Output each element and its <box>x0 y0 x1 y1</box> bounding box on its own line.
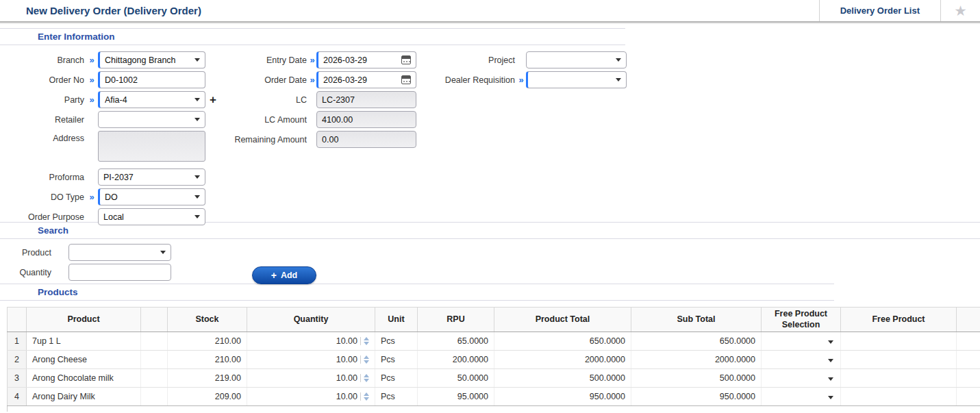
lc-amount-label: LC Amount <box>226 115 307 125</box>
stepper-icon <box>364 392 369 401</box>
free-product-selection-dropdown[interactable] <box>762 388 841 406</box>
unit-cell: Pcs <box>375 351 418 369</box>
col-header-free-product-selection: Free Product Selection <box>762 308 841 332</box>
col-header-sub-total: Sub Total <box>631 308 762 332</box>
section-header-enter-information: Enter Information <box>0 28 625 45</box>
star-icon: ★ <box>955 3 966 18</box>
calendar-icon[interactable] <box>401 55 411 64</box>
product-total-cell: 2000.0000 <box>494 351 631 369</box>
free-product-cell <box>841 369 957 388</box>
quantity-stepper-cell[interactable]: 10.00 <box>247 388 375 406</box>
add-party-icon[interactable]: + <box>210 93 216 107</box>
chevron-down-icon <box>828 396 833 399</box>
order-no-input[interactable]: D0-1002 <box>98 71 205 88</box>
delivery-order-list-button[interactable]: Delivery Order List <box>819 0 940 21</box>
rpu-cell: 200.0000 <box>418 351 494 369</box>
chevron-down-icon <box>616 58 621 62</box>
quantity-stepper-cell[interactable]: 10.00 <box>247 351 375 369</box>
lc-input: LC-2307 <box>316 91 416 108</box>
retailer-label: Retailer <box>2 115 84 125</box>
form-column-right: Project Dealer Requisition » <box>430 51 627 91</box>
free-product-selection-dropdown[interactable] <box>762 369 841 388</box>
row-number: 4 <box>8 388 27 406</box>
favorite-button[interactable]: ★ <box>940 0 980 21</box>
rpu-cell: 50.0000 <box>418 369 494 388</box>
product-cell: Arong Chocolate milk <box>27 369 141 388</box>
party-select[interactable]: Afia-4 <box>98 91 205 108</box>
stepper-icon <box>364 355 369 364</box>
search-quantity-input[interactable] <box>68 264 171 281</box>
do-type-label: DO Type <box>2 192 84 202</box>
free-product-selection-dropdown[interactable] <box>762 332 841 351</box>
free-product-cell <box>841 388 957 406</box>
chevron-down-icon <box>194 118 200 121</box>
retailer-select[interactable] <box>98 111 205 128</box>
col-header-product: Product <box>27 308 141 332</box>
lc-label: LC <box>226 95 307 105</box>
sub-total-cell: 950.0000 <box>631 388 762 406</box>
blank-cell <box>141 351 168 369</box>
table-row: 3 Arong Chocolate milk 219.00 10.00 Pcs … <box>8 369 980 388</box>
product-cell: Arong Dairy Milk <box>27 388 141 406</box>
table-row: 1 7up 1 L 210.00 10.00 Pcs 65.0000 650.0… <box>8 332 980 351</box>
extra-cell <box>957 369 980 388</box>
address-label: Address <box>2 134 84 143</box>
table-row: 4 Arong Dairy Milk 209.00 10.00 Pcs 95.0… <box>8 388 980 406</box>
order-date-input[interactable]: 2026-03-29 <box>316 71 416 88</box>
quantity-stepper-cell[interactable]: 10.00 <box>247 332 375 351</box>
address-textarea <box>98 131 205 162</box>
project-select[interactable] <box>526 51 627 68</box>
chevron-down-icon <box>160 251 166 254</box>
stepper-icon <box>364 374 369 382</box>
free-product-cell <box>841 332 957 351</box>
unit-cell: Pcs <box>375 332 418 351</box>
required-icon: » <box>307 55 316 65</box>
blank-cell <box>141 332 168 351</box>
stock-cell: 219.00 <box>168 369 247 388</box>
form-column-left: Branch » Chittagong Branch Order No » D0… <box>2 51 216 228</box>
order-purpose-label: Order Purpose <box>2 212 84 222</box>
add-button-label: Add <box>281 271 297 280</box>
table-row: 2 Arong Cheese 210.00 10.00 Pcs 200.0000… <box>8 351 980 369</box>
stock-cell: 209.00 <box>168 388 247 406</box>
col-header-free-product: Free Product <box>841 308 957 332</box>
product-cell: Arong Cheese <box>27 351 141 369</box>
product-cell: 7up 1 L <box>27 332 141 351</box>
branch-select[interactable]: Chittagong Branch <box>98 51 205 68</box>
search-product-label: Product <box>0 248 51 258</box>
enter-information-form: Branch » Chittagong Branch Order No » D0… <box>0 45 980 222</box>
do-type-select[interactable]: DO <box>98 188 205 205</box>
add-button[interactable]: + Add <box>252 266 316 284</box>
plus-icon: + <box>271 270 277 281</box>
required-icon: » <box>84 95 98 105</box>
order-purpose-select[interactable]: Local <box>98 208 205 225</box>
col-header-quantity: Quantity <box>247 308 375 332</box>
unit-cell: Pcs <box>375 369 418 388</box>
calendar-icon[interactable] <box>401 75 411 84</box>
remaining-amount-label: Remaining Amount <box>226 135 307 145</box>
dealer-requisition-select[interactable] <box>526 71 627 88</box>
col-header-rownum <box>8 308 27 332</box>
row-number: 1 <box>8 332 27 351</box>
product-total-cell: 950.0000 <box>494 388 631 406</box>
entry-date-label: Entry Date <box>226 55 307 65</box>
required-icon: » <box>307 75 316 85</box>
proforma-label: Proforma <box>2 173 84 182</box>
row-number: 3 <box>8 369 27 388</box>
entry-date-input[interactable]: 2026-03-29 <box>316 51 416 68</box>
proforma-select[interactable]: PI-2037 <box>98 168 205 186</box>
top-bar: New Delivery Order (Delivery Order) Deli… <box>0 0 980 23</box>
quantity-stepper-cell[interactable]: 10.00 <box>247 369 375 388</box>
col-header-blank <box>141 308 168 332</box>
rpu-cell: 65.0000 <box>418 332 494 351</box>
table-header-row: Product Stock Quantity Unit RPU Product … <box>8 308 980 332</box>
stock-cell: 210.00 <box>168 351 247 369</box>
unit-cell: Pcs <box>375 388 418 406</box>
free-product-selection-dropdown[interactable] <box>762 351 841 369</box>
chevron-down-icon <box>616 78 621 82</box>
remaining-amount-input: 0.00 <box>316 131 416 148</box>
sub-total-cell: 500.0000 <box>631 369 762 388</box>
col-header-unit: Unit <box>375 308 418 332</box>
search-product-select[interactable] <box>68 244 171 261</box>
free-product-cell <box>841 351 957 369</box>
